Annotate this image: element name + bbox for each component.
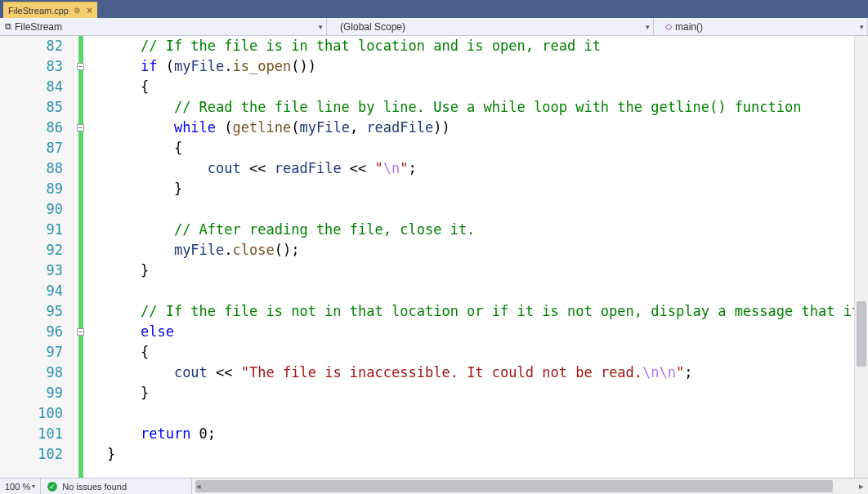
code-line[interactable]: 90 [0, 199, 868, 220]
line-number: 88 [0, 158, 74, 179]
zoom-value: 100 % [5, 482, 30, 492]
line-number: 92 [0, 240, 74, 260]
outline-toggle[interactable] [74, 118, 86, 138]
code-text[interactable]: { [86, 138, 182, 158]
outline-toggle [74, 260, 86, 281]
method-icon: ◇ [665, 21, 672, 32]
code-text[interactable]: } [86, 444, 115, 465]
tab-filename: FileStream.cpp [8, 6, 69, 16]
code-text[interactable]: myFile.close(); [86, 240, 299, 260]
pin-icon[interactable]: ⊕ [74, 6, 80, 15]
outline-toggle [74, 97, 86, 118]
code-text[interactable]: } [86, 179, 182, 199]
code-text[interactable]: cout << "The file is inaccessible. It co… [86, 363, 693, 383]
code-text[interactable]: if (myFile.is_open()) [86, 56, 316, 77]
code-text[interactable]: // If the file is not in that location o… [86, 301, 868, 322]
code-text[interactable]: cout << readFile << "\n"; [86, 158, 417, 179]
vertical-scrollbar[interactable] [854, 36, 868, 478]
code-line[interactable]: 83 if (myFile.is_open()) [0, 56, 868, 77]
outline-toggle [74, 301, 86, 322]
error-list-summary[interactable]: ✓ No issues found [41, 478, 192, 494]
code-line[interactable]: 91 // After reading the file, close it. [0, 220, 868, 240]
code-line[interactable]: 84 { [0, 77, 868, 97]
code-line[interactable]: 96 else [0, 322, 868, 342]
code-text[interactable]: return 0; [86, 424, 216, 444]
outline-toggle [74, 424, 86, 444]
code-text[interactable] [86, 403, 107, 424]
code-line[interactable]: 100 [0, 403, 868, 424]
scrollbar-thumb[interactable] [857, 301, 866, 367]
line-number: 89 [0, 179, 74, 199]
code-text[interactable]: { [86, 77, 149, 97]
code-editor[interactable]: 82 // If the file is in that location an… [0, 36, 868, 478]
code-line[interactable]: 86 while (getline(myFile, readFile)) [0, 118, 868, 138]
code-line[interactable]: 92 myFile.close(); [0, 240, 868, 260]
code-line[interactable]: 95 // If the file is not in that locatio… [0, 301, 868, 322]
scroll-left-icon[interactable]: ◂ [192, 481, 205, 492]
line-number: 99 [0, 383, 74, 403]
line-number: 94 [0, 281, 74, 301]
code-line[interactable]: 89 } [0, 179, 868, 199]
code-text[interactable]: } [86, 383, 149, 403]
class-scope-dropdown[interactable]: ⧉ FileStream ▾ [0, 18, 327, 35]
line-number: 97 [0, 342, 74, 363]
code-line[interactable]: 93 } [0, 260, 868, 281]
code-text[interactable] [86, 199, 107, 220]
line-number: 84 [0, 77, 74, 97]
line-number: 96 [0, 322, 74, 342]
code-line[interactable]: 85 // Read the file line by line. Use a … [0, 97, 868, 118]
file-tab[interactable]: FileStream.cpp ⊕ × [3, 2, 97, 18]
outline-toggle [74, 220, 86, 240]
line-number: 98 [0, 363, 74, 383]
code-text[interactable]: // After reading the file, close it. [86, 220, 475, 240]
global-scope-label: (Global Scope) [340, 21, 405, 33]
scroll-right-icon[interactable]: ▸ [855, 481, 868, 492]
outline-toggle [74, 199, 86, 220]
line-number: 93 [0, 260, 74, 281]
outline-toggle [74, 138, 86, 158]
outline-toggle [74, 444, 86, 465]
code-text[interactable]: // Read the file line by line. Use a whi… [86, 97, 802, 118]
issues-text: No issues found [62, 482, 127, 492]
code-text[interactable]: while (getline(myFile, readFile)) [86, 118, 450, 138]
line-number: 91 [0, 220, 74, 240]
outline-toggle[interactable] [74, 322, 86, 342]
code-line[interactable]: 87 { [0, 138, 868, 158]
horizontal-scrollbar[interactable]: ◂ ▸ [192, 478, 868, 494]
check-icon: ✓ [47, 482, 57, 492]
close-icon[interactable]: × [87, 5, 92, 16]
line-number: 102 [0, 444, 74, 465]
code-line[interactable]: 101 return 0; [0, 424, 868, 444]
chevron-down-icon: ▾ [32, 483, 35, 490]
code-text[interactable]: else [86, 322, 174, 342]
outline-toggle [74, 77, 86, 97]
class-icon: ⧉ [5, 21, 11, 32]
outline-toggle [74, 281, 86, 301]
code-text[interactable]: { [86, 342, 149, 363]
line-number: 95 [0, 301, 74, 322]
class-scope-label: FileStream [15, 21, 62, 33]
line-number: 90 [0, 199, 74, 220]
outline-toggle [74, 36, 86, 56]
line-number: 83 [0, 56, 74, 77]
code-line[interactable]: 94 [0, 281, 868, 301]
code-line[interactable]: 88 cout << readFile << "\n"; [0, 158, 868, 179]
global-scope-dropdown[interactable]: (Global Scope) ▾ [327, 18, 654, 35]
member-dropdown[interactable]: ◇ main() ▾ [654, 18, 868, 35]
chevron-down-icon: ▾ [319, 23, 323, 31]
code-line[interactable]: 102} [0, 444, 868, 465]
code-text[interactable] [86, 281, 107, 301]
code-line[interactable]: 99 } [0, 383, 868, 403]
member-label: main() [675, 21, 703, 33]
code-line[interactable]: 82 // If the file is in that location an… [0, 36, 868, 56]
code-text[interactable]: } [86, 260, 149, 281]
code-text[interactable]: // If the file is in that location and i… [86, 36, 601, 56]
code-line[interactable]: 98 cout << "The file is inaccessible. It… [0, 363, 868, 383]
scrollbar-thumb[interactable] [195, 480, 833, 492]
chevron-down-icon: ▾ [860, 23, 864, 31]
line-number: 87 [0, 138, 74, 158]
code-line[interactable]: 97 { [0, 342, 868, 363]
outline-toggle[interactable] [74, 56, 86, 77]
zoom-dropdown[interactable]: 100 % ▾ [0, 478, 41, 494]
tab-bar: FileStream.cpp ⊕ × [0, 0, 868, 18]
